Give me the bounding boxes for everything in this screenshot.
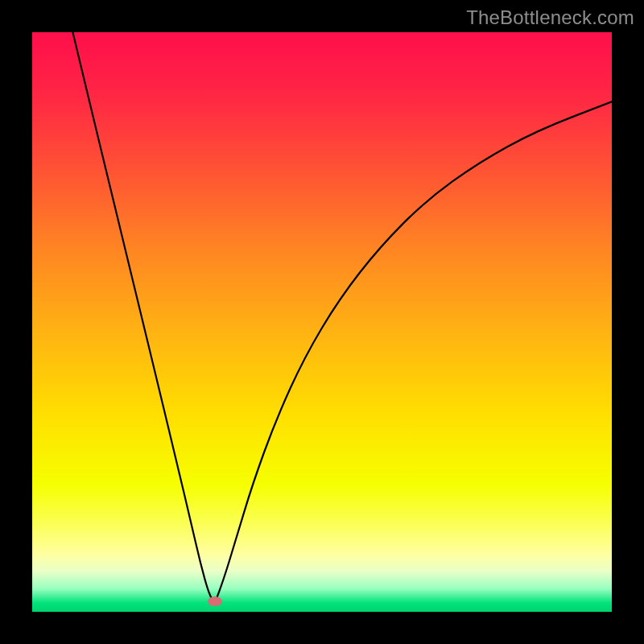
watermark-text: TheBottleneck.com <box>466 6 634 29</box>
plot-area <box>32 32 612 612</box>
bottleneck-curve <box>32 32 612 612</box>
chart-frame: TheBottleneck.com <box>0 0 644 644</box>
optimal-marker <box>208 597 222 606</box>
